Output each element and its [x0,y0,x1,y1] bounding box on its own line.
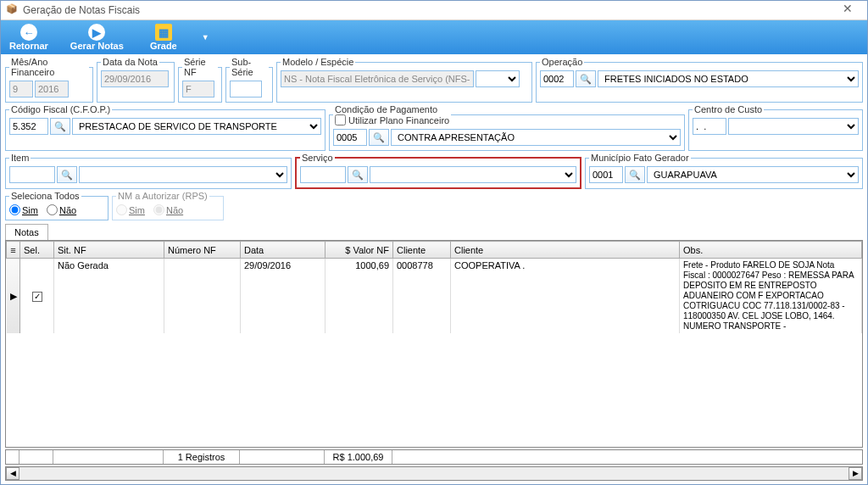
retornar-label: Retornar [9,41,48,51]
modelo-group: Modelo / Espécie [276,57,532,103]
servico-label: Serviço [300,153,335,163]
nm-autorizar-group: NM a Autorizar (RPS) Sim Não [112,191,224,220]
search-icon: 🔍 [580,74,592,85]
mes-ano-label: Mês/Ano Financeiro [9,57,89,77]
cell-sel[interactable]: ✓ [20,259,54,334]
grid-icon: ▦ [155,24,172,41]
municipio-desc-select[interactable]: GUARAPUAVA [647,166,859,183]
operacao-group: Operação 🔍 FRETES INICIADOS NO ESTADO [536,57,863,103]
operacao-lookup-button[interactable]: 🔍 [576,70,596,87]
cond-pag-lookup-button[interactable]: 🔍 [369,129,389,146]
grid-table: ≡ Sel. Sit. NF Número NF Data $ Valor NF… [6,241,862,333]
cfop-desc-select[interactable]: PRESTACAO DE SERVICO DE TRANSPORTE [72,118,321,135]
municipio-code-input[interactable] [589,166,623,183]
cell-data: 29/09/2016 [241,259,326,334]
toolbar-dropdown-icon[interactable]: ▼ [198,33,213,42]
subserie-input[interactable] [230,81,262,98]
table-row[interactable]: ▶ ✓ Não Gerada 29/09/2016 1000,69 000877… [7,259,862,334]
header-cliente-cod[interactable]: Cliente [393,242,451,259]
nm-aut-sim: Sim [116,204,145,215]
header-sel[interactable]: Sel. [20,242,54,259]
serie-group: Série NF [178,57,222,103]
operacao-label: Operação [540,57,584,67]
cell-sit: Não Gerada [54,259,164,334]
subserie-label: Sub-Série [230,57,269,77]
item-desc-select[interactable] [79,166,287,183]
data-nota-input [101,70,169,87]
scroll-left-icon[interactable]: ◀ [6,467,19,480]
cell-numero [164,259,241,334]
cfop-code-input[interactable] [9,118,48,135]
plano-fin-checkbox[interactable] [335,114,346,125]
item-lookup-button[interactable]: 🔍 [57,166,77,183]
modelo-label: Modelo / Espécie [281,57,355,67]
operacao-code-input[interactable] [540,70,574,87]
generate-icon: ▶ [88,24,105,41]
serie-input [182,81,214,98]
retornar-button[interactable]: ← Retornar [4,22,53,53]
municipio-lookup-button[interactable]: 🔍 [625,166,645,183]
checkbox-icon[interactable]: ✓ [32,292,42,302]
servico-desc-select[interactable] [370,166,576,183]
row-indicator-icon: ▶ [7,259,20,334]
nm-autorizar-label: NM a Autorizar (RPS) [116,191,209,201]
sel-todos-sim[interactable]: Sim [9,204,38,215]
horizontal-scrollbar[interactable]: ◀ ▶ [5,466,863,481]
scroll-right-icon[interactable]: ▶ [849,467,862,480]
centro-custo-code-input[interactable] [693,118,726,135]
centro-custo-label: Centro de Custo [693,104,764,114]
cfop-label: Código Fiscal (C.F.O.P.) [9,104,112,114]
ano-input [35,81,69,98]
item-label: Item [9,153,31,163]
header-numero[interactable]: Número NF [164,242,241,259]
header-data[interactable]: Data [241,242,326,259]
search-icon: 🔍 [54,121,66,132]
app-icon: 📦 [6,3,19,17]
close-icon[interactable]: ✕ [833,2,862,19]
grade-button[interactable]: ▦ Grade [141,22,186,53]
header-valor[interactable]: $ Valor NF [326,242,393,259]
mes-ano-group: Mês/Ano Financeiro [5,57,93,103]
toolbar: ← Retornar ▶ Gerar Notas ▦ Grade ▼ [1,20,867,54]
header-obs[interactable]: Obs. [680,242,862,259]
tab-notas[interactable]: Notas [5,224,48,240]
cfop-lookup-button[interactable]: 🔍 [50,118,70,135]
modelo-aux-select[interactable] [476,70,520,87]
cond-pag-code-input[interactable] [333,129,367,146]
grid-footer: 1 Registros R$ 1.000,69 [5,449,863,465]
plano-fin-label: Utilizar Plano Financeiro [348,115,449,125]
cond-pag-legend: Condição de Pagamento Utilizar Plano Fin… [333,104,451,125]
servico-code-input[interactable] [300,166,346,183]
tab-bar: Notas [5,224,863,240]
centro-custo-group: Centro de Custo [688,104,863,151]
item-code-input[interactable] [9,166,55,183]
app-window: 📦 Geração de Notas Fiscais ✕ ← Retornar … [0,0,868,485]
cell-obs: Frete - Produto FARELO DE SOJA Nota Fisc… [680,259,862,334]
plano-fin-check[interactable]: Utilizar Plano Financeiro [335,114,449,125]
search-icon: 🔍 [352,170,364,181]
gerar-notas-button[interactable]: ▶ Gerar Notas [65,22,129,53]
cell-cliente-nome: COOPERATIVA . [451,259,680,334]
item-group: Item 🔍 [5,153,292,189]
cond-pag-desc-select[interactable]: CONTRA APRESENTAÇÃO [391,129,681,146]
grade-label: Grade [150,41,177,51]
search-icon: 🔍 [61,170,73,181]
data-nota-group: Data da Nota [97,57,175,103]
cell-valor: 1000,69 [326,259,393,334]
centro-custo-desc-select[interactable] [728,118,859,135]
cfop-group: Código Fiscal (C.F.O.P.) 🔍 PRESTACAO DE … [5,104,326,151]
modelo-input [281,70,474,87]
search-icon: 🔍 [629,170,641,181]
header-cliente-nome[interactable]: Cliente [451,242,680,259]
operacao-desc-select[interactable]: FRETES INICIADOS NO ESTADO [598,70,859,87]
footer-registros: 1 Registros [164,450,240,464]
servico-lookup-button[interactable]: 🔍 [348,166,368,183]
header-sit[interactable]: Sit. NF [54,242,164,259]
data-nota-label: Data da Nota [101,57,159,67]
header-indicator[interactable]: ≡ [7,242,20,259]
seleciona-todos-label: Seleciona Todos [9,191,81,201]
sel-todos-nao[interactable]: Não [47,204,76,215]
serie-label: Série NF [182,57,218,77]
window-title: Geração de Notas Fiscais [23,4,833,16]
servico-group: Serviço 🔍 [295,153,581,189]
